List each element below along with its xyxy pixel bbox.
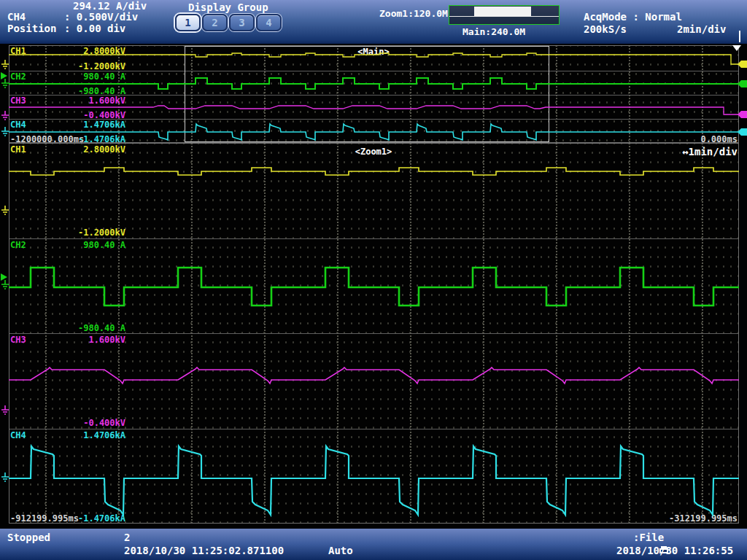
zoom-time-right: -312199.995ms	[628, 513, 738, 524]
trigger-mode: Auto	[328, 545, 353, 556]
zoom-ch4-label: CH4	[10, 430, 26, 440]
ch2-ground-icon	[1, 79, 9, 88]
zoom-timebase-label: ↔1min/div	[628, 146, 738, 158]
zoom-ch1-bottom-value: -1.2000kV	[50, 228, 125, 238]
zoom-ch4-bottom-value: -1.4706kA	[50, 513, 125, 524]
oscilloscope-screen: 294.12 A/div CH4 : 0.500V/div Position :…	[0, 0, 747, 560]
ch3-ground-icon	[1, 111, 9, 120]
zoom-channel-divider-1	[9, 238, 738, 239]
ch4-ground-icon	[1, 127, 9, 136]
main-record-label: Main:240.0M	[462, 26, 525, 37]
ch1-ground-icon	[1, 60, 9, 69]
main-ch1-top-value: 2.8000kV	[50, 46, 125, 56]
clock-datetime: 2018/10/30 11:26:55	[616, 545, 733, 556]
file-shortcut-label[interactable]: :File	[633, 532, 664, 543]
display-group-title: Display Group	[188, 1, 268, 13]
zoom-ch3-bottom-value: -0.400kV	[50, 418, 125, 428]
ch4-ground-icon	[1, 472, 9, 481]
trigger-position-tick	[739, 31, 740, 42]
zoom-ch3-label: CH3	[10, 335, 26, 345]
zoom-ch1-label: CH1	[10, 144, 26, 155]
main-ch3-bottom-value: -0.400kV	[50, 110, 125, 120]
main-ch1-bottom-value: -1.2000kV	[50, 61, 125, 71]
position-label: Position	[7, 23, 56, 34]
ch2-trigger-source-arrow-icon	[1, 72, 7, 79]
zoom-window-box[interactable]	[185, 46, 549, 142]
zoom-channel-divider-2	[9, 333, 738, 334]
zoom-ch2-top-value: 980.40 A	[50, 240, 125, 250]
ch3-ground-icon	[1, 405, 9, 414]
main-ch1-label: CH1	[10, 46, 26, 56]
main-ch2-top-value: 980.40 A	[50, 71, 125, 82]
main-ch4-top-value: 1.4706kA	[50, 120, 125, 130]
timebase-label: 2min/div	[677, 23, 726, 35]
main-ch2-label: CH2	[10, 71, 26, 82]
selected-channel-scale: : 0.500V/div	[64, 11, 138, 23]
acquisition-timestamp: 2018/10/30 11:25:02.871100	[124, 545, 284, 556]
main-ch4-label: CH4	[10, 120, 26, 130]
position-value: : 0.00 div	[64, 23, 125, 34]
acquisition-count: 2	[124, 532, 130, 543]
sample-rate-label: 200kS/s	[584, 23, 627, 35]
ch1-ground-icon	[1, 206, 9, 214]
main-ch2-bottom-value: -980.40 A	[50, 86, 125, 96]
main-ch3-top-value: 1.600kV	[50, 96, 125, 106]
status-bar: Stopped 2 2018/10/30 11:25:02.871100 Aut…	[0, 529, 747, 560]
display-group-button-4[interactable]: 4	[256, 14, 282, 31]
zoom-ratio-label: Zoom1:120.0M	[379, 8, 448, 19]
display-group-button-3[interactable]: 3	[229, 14, 255, 31]
selected-channel-label: CH4	[7, 11, 26, 23]
acquisition-state: Stopped	[7, 532, 50, 543]
main-ch4-bottom-value: -1.4706kA	[50, 134, 125, 144]
main-ch3-label: CH3	[10, 96, 26, 106]
display-group-button-1[interactable]: 1	[175, 14, 201, 31]
zoom-view-title: <Zoom1>	[337, 147, 410, 157]
header-bar: 294.12 A/div CH4 : 0.500V/div Position :…	[0, 0, 747, 44]
ch2-ground-icon	[1, 280, 9, 289]
zoom-ch2-label: CH2	[10, 240, 26, 250]
ch2-trigger-source-arrow-icon	[1, 273, 7, 281]
zoom-channel-divider-3	[9, 429, 738, 429]
zoom-ch3-top-value: 1.600kV	[50, 335, 125, 345]
display-group-button-2[interactable]: 2	[202, 14, 228, 31]
zoom-ch2-bottom-value: -980.40 A	[50, 323, 125, 333]
zoom-position-bar[interactable]	[449, 5, 560, 25]
zoom-bar-divider	[449, 16, 559, 17]
zoom-ch4-top-value: 1.4706kA	[50, 430, 125, 440]
main-view-title: <Main>	[337, 47, 410, 57]
ch4-current-scale: 294.12 A/div	[73, 0, 147, 12]
zoom-window-indicator[interactable]	[474, 7, 531, 16]
main-time-right: 0.000ms	[628, 134, 738, 144]
zoom-ch1-top-value: 2.8000kV	[50, 144, 125, 155]
acq-mode-label: AcqMode : Normal	[584, 11, 682, 23]
